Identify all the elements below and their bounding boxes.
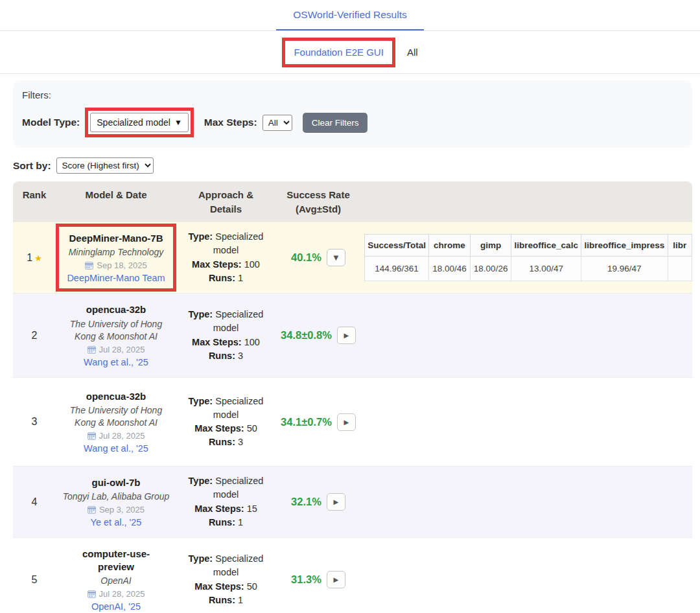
model-affiliation: The University of Hong Kong & Moonshot A… <box>61 318 171 343</box>
table-row: 2 opencua-32b The University of Hong Kon… <box>13 293 692 377</box>
column-header-model-date: Model & Date <box>56 188 176 202</box>
approach-cell: Type: Specialized model Max Steps: 15 Ru… <box>176 474 275 529</box>
detail-col-header: libreoffice_calc <box>511 235 581 257</box>
sort-by-label: Sort by: <box>13 160 51 172</box>
model-type-dropdown[interactable]: Specialized model ▼ <box>90 113 189 132</box>
model-date: Sep 18, 2025 <box>85 260 146 270</box>
detail-col-header: libreoffice_impress <box>581 235 668 257</box>
model-affiliation: OpenAI <box>100 575 131 587</box>
table-row: 5 computer-use-preview OpenAI Jul 28, 20… <box>13 537 692 613</box>
rank-cell: 3 <box>13 416 56 428</box>
column-header-approach-details: Approach & Details <box>176 188 275 216</box>
detail-col-header: libr <box>668 235 692 257</box>
success-rate-value: 31.3% <box>291 573 321 586</box>
success-rate-value: 32.1% <box>291 496 321 508</box>
results-title-bar: OSWorld-Verified Results <box>0 0 700 31</box>
model-date: Jul 28, 2025 <box>88 345 145 354</box>
table-row: 1★ DeepMiner-Mano-7B Mininglamp Technolo… <box>13 222 692 293</box>
max-steps-label: Max Steps: <box>204 117 257 128</box>
sort-select[interactable]: Score (Highest first) <box>56 157 154 174</box>
approach-cell: Type: Specialized model Max Steps: 50 Ru… <box>176 552 275 607</box>
sort-row: Sort by: Score (Highest first) <box>13 157 700 174</box>
model-name: opencua-32b <box>86 390 146 403</box>
model-link[interactable]: DeepMiner-Mano Team <box>67 273 165 283</box>
category-tab-bar: Foundation E2E GUI All <box>0 31 700 74</box>
table-row: 4 gui-owl-7b Tongyi Lab, Alibaba Group S… <box>13 466 692 537</box>
detail-col-header: chrome <box>429 235 471 257</box>
leaderboard-header: Rank Model & Date Approach & Details Suc… <box>13 181 692 222</box>
detail-value: 144.96/361 <box>365 257 429 281</box>
model-affiliation: Tongyi Lab, Alibaba Group <box>63 491 170 503</box>
leaderboard-table: Rank Model & Date Approach & Details Suc… <box>13 181 692 613</box>
approach-cell: Type: Specialized model Max Steps: 100 R… <box>176 308 275 362</box>
success-rate-value: 34.8±0.8% <box>281 329 332 341</box>
calendar-icon <box>88 505 96 514</box>
calendar-icon <box>85 261 93 270</box>
details-toggle-button[interactable]: ▼ <box>327 249 345 266</box>
per-app-results-table: Success/Total chrome gimp libreoffice_ca… <box>364 234 692 281</box>
model-type-value: Specialized model <box>97 117 170 128</box>
detail-value: 13.00/47 <box>511 257 581 281</box>
rank-cell: 2 <box>13 330 56 341</box>
details-toggle-button[interactable]: ▶ <box>337 327 356 344</box>
details-toggle-button[interactable]: ▶ <box>327 493 345 511</box>
dropdown-arrow-icon: ▼ <box>174 118 182 127</box>
details-toggle-button[interactable]: ▶ <box>327 571 345 588</box>
detail-col-header: gimp <box>470 235 511 257</box>
model-name: DeepMiner-Mano-7B <box>69 232 163 245</box>
annotation-box-model-type: Specialized model ▼ <box>85 108 194 137</box>
model-affiliation: Mininglamp Technology <box>69 246 164 259</box>
expanded-details-cell: Success/Total chrome gimp libreoffice_ca… <box>361 234 692 281</box>
detail-value: 19.96/47 <box>581 257 668 281</box>
model-name: gui-owl-7b <box>92 476 141 489</box>
table-row: 3 opencua-32b The University of Hong Kon… <box>13 377 692 466</box>
model-date: Jul 28, 2025 <box>88 589 145 599</box>
annotation-box-top-model: DeepMiner-Mano-7B Mininglamp Technology … <box>56 224 176 292</box>
approach-cell: Type: Specialized model Max Steps: 100 R… <box>176 230 275 284</box>
calendar-icon <box>88 432 96 440</box>
filters-heading: Filters: <box>22 89 681 100</box>
column-header-rank: Rank <box>13 188 56 202</box>
model-link[interactable]: Wang et al., '25 <box>84 443 148 454</box>
column-header-success-rate: Success Rate (Avg±Std) <box>275 188 361 216</box>
calendar-icon <box>88 590 96 598</box>
model-date: Jul 28, 2025 <box>88 431 145 441</box>
detail-value <box>668 257 692 281</box>
clear-filters-button[interactable]: Clear Filters <box>303 113 368 133</box>
detail-value: 18.00/46 <box>429 257 471 281</box>
success-rate-value: 34.1±0.7% <box>281 416 332 428</box>
model-link[interactable]: Ye et al., '25 <box>91 517 142 527</box>
details-toggle-button[interactable]: ▶ <box>337 413 356 431</box>
model-affiliation: The University of Hong Kong & Moonshot A… <box>61 404 171 429</box>
max-steps-select[interactable]: All <box>262 115 292 131</box>
model-date: Sep 3, 2025 <box>88 505 145 515</box>
model-link[interactable]: Wang et al., '25 <box>84 357 148 367</box>
model-link[interactable]: OpenAI, '25 <box>91 601 141 612</box>
model-name: opencua-32b <box>86 303 146 316</box>
filters-panel: Filters: Model Type: Specialized model ▼… <box>13 80 692 148</box>
star-icon: ★ <box>34 253 42 263</box>
rank-cell: 4 <box>13 496 56 508</box>
model-type-label: Model Type: <box>22 117 80 128</box>
approach-cell: Type: Specialized model Max Steps: 50 Ru… <box>176 395 275 449</box>
rank-cell: 1★ <box>13 252 56 264</box>
calendar-icon <box>88 345 96 354</box>
tab-foundation-e2e-gui[interactable]: Foundation E2E GUI <box>294 47 383 58</box>
detail-value: 18.00/26 <box>470 257 511 281</box>
annotation-box-foundation-tab: Foundation E2E GUI <box>282 38 395 67</box>
tab-all[interactable]: All <box>407 47 418 58</box>
tab-osworld-verified-results[interactable]: OSWorld-Verified Results <box>276 0 423 30</box>
model-name: computer-use-preview <box>76 548 156 574</box>
detail-col-header: Success/Total <box>365 235 429 257</box>
success-rate-value: 40.1% <box>291 251 321 264</box>
rank-cell: 5 <box>13 574 56 586</box>
